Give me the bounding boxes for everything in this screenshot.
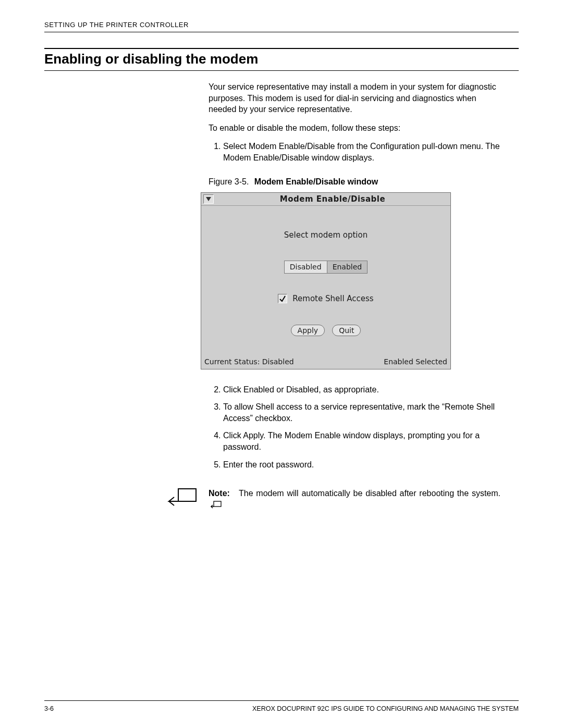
figure-title: Modem Enable/Disable window <box>254 177 378 186</box>
footer-rule <box>44 700 519 701</box>
intro-paragraph-1: Your service representative may install … <box>209 81 500 115</box>
figure-dialog: Modem Enable/Disable Select modem option… <box>201 192 451 369</box>
section-title: Enabling or disabling the modem <box>44 49 519 71</box>
apply-button[interactable]: Apply <box>291 325 325 336</box>
figure-caption: Figure 3-5. Modem Enable/Disable window <box>209 176 500 188</box>
intro-paragraph-2: To enable or disable the modem, follow t… <box>209 122 500 134</box>
check-icon <box>279 295 286 302</box>
note-body: The modem will automatically be disabled… <box>239 489 500 498</box>
remote-shell-checkbox[interactable] <box>278 294 287 303</box>
quit-button[interactable]: Quit <box>332 325 361 336</box>
note-icon <box>167 487 198 508</box>
chevron-down-icon <box>206 197 211 201</box>
step-1: Select Modem Enable/Disable from the Con… <box>223 141 500 163</box>
option-enabled-button[interactable]: Enabled <box>327 261 368 273</box>
end-of-note-icon <box>211 500 222 512</box>
note-lead: Note: <box>209 489 230 498</box>
dialog-title: Modem Enable/Disable <box>217 194 448 204</box>
step-4: Click Apply. The Modem Enable window dis… <box>223 430 500 452</box>
footer-book-title: XEROX DOCUPRINT 92C IPS GUIDE TO CONFIGU… <box>252 705 519 712</box>
option-disabled-button[interactable]: Disabled <box>285 261 327 273</box>
step-2: Click Enabled or Disabled, as appropriat… <box>223 384 500 396</box>
footer-page-number: 3-6 <box>44 705 54 712</box>
note-text: Note: The modem will automatically be di… <box>209 488 500 511</box>
window-menu-button[interactable] <box>203 194 214 204</box>
svg-rect-1 <box>178 489 196 501</box>
svg-marker-0 <box>206 197 211 201</box>
step-5: Enter the root password. <box>223 459 500 471</box>
step-3: To allow Shell access to a service repre… <box>223 401 500 424</box>
figure-label: Figure 3-5. <box>209 177 249 186</box>
dialog-status-left: Current Status: Disabled <box>204 357 294 367</box>
running-head: SETTING UP THE PRINTER CONTROLLER <box>44 21 519 32</box>
dialog-titlebar: Modem Enable/Disable <box>201 193 450 206</box>
dialog-status-right: Enabled Selected <box>384 357 447 367</box>
svg-rect-2 <box>214 501 221 507</box>
remote-shell-label: Remote Shell Access <box>292 293 373 304</box>
dialog-prompt: Select modem option <box>206 230 445 240</box>
modem-option-segment: Disabled Enabled <box>284 261 368 274</box>
